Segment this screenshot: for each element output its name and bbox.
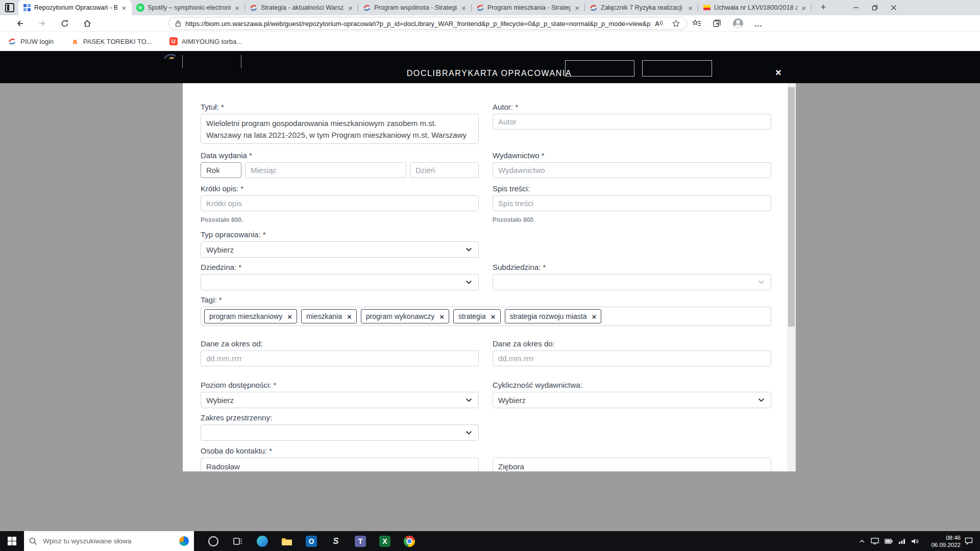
tag-chip[interactable]: program mieszkaniowy× (204, 309, 297, 323)
tab-zalacznik[interactable]: Załącznik 7 Ryzyka realizacji stra × (585, 0, 698, 15)
monitor-icon[interactable] (871, 538, 879, 544)
collections-icon[interactable] (713, 19, 722, 28)
tag-chip[interactable]: mieszkania× (301, 309, 357, 323)
tab-strategia[interactable]: Strategia - aktualności Warszawa × (245, 0, 358, 15)
taskbar-search[interactable] (24, 531, 194, 551)
tab-spotify[interactable]: Spotify – symphonic-electronic r × (132, 0, 245, 15)
autor-input[interactable] (493, 114, 771, 130)
tab-workspaces-icon[interactable] (5, 3, 14, 12)
chrome-icon[interactable] (397, 531, 422, 551)
window-minimize-button[interactable] (846, 0, 865, 15)
form-row-tagi: Tagi: * program mieszkaniowy× mieszkania… (201, 295, 771, 326)
form-row-typ: Typ opracowania: * Wybierz (201, 230, 771, 258)
profile-avatar[interactable] (733, 18, 743, 29)
form-row-tytul-autor: Tytuł: * Wieloletni program gospodarowan… (201, 103, 771, 146)
warszawa-favicon-icon (250, 4, 258, 12)
dziedzina-select[interactable] (201, 274, 479, 290)
bookmark-piuw[interactable]: PIUW login (8, 37, 54, 45)
doclibrary-modal: Tytuł: * Wieloletni program gospodarowan… (183, 83, 796, 471)
spis-tresci-label: Spis treści: (493, 184, 771, 193)
modal-close-icon[interactable]: × (775, 67, 781, 78)
forward-icon[interactable] (38, 19, 47, 28)
krotki-opis-input[interactable] (201, 195, 479, 211)
home-icon[interactable] (83, 19, 92, 28)
teams-icon[interactable]: T (348, 531, 373, 551)
tag-chip[interactable]: strategia rozwoju miasta× (505, 309, 602, 323)
tag-chip[interactable]: strategia× (453, 309, 500, 323)
browser-tab-strip: Repozytorium Opracowań - Biom × Spotify … (0, 0, 980, 15)
dane-do-input[interactable] (493, 350, 771, 366)
tag-remove-icon[interactable]: × (491, 313, 496, 320)
tab-close-icon[interactable]: × (687, 4, 694, 12)
task-view-icon[interactable] (226, 531, 250, 551)
read-aloud-icon[interactable]: A (655, 20, 664, 28)
osoba-imie-input[interactable] (201, 458, 479, 471)
poziom-select[interactable]: Wybierz (201, 392, 479, 408)
zakres-select[interactable] (201, 424, 479, 441)
modal-scrollbar-thumb[interactable] (788, 87, 795, 327)
chevron-down-icon (465, 396, 473, 404)
action-center-icon[interactable] (965, 531, 973, 551)
taskbar-search-input[interactable] (42, 537, 175, 545)
battery-icon[interactable] (885, 539, 893, 544)
form-row-poziom-cyklicznosc: Poziom dostępności: * Wybierz Cyklicznoś… (201, 381, 771, 408)
tab-program-wspolnota[interactable]: Program wspólnota - Strategia × (358, 0, 472, 15)
tab-close-icon[interactable]: × (574, 4, 580, 12)
file-explorer-icon[interactable] (275, 531, 299, 551)
start-button[interactable] (0, 531, 24, 551)
tab-uchwala[interactable]: Uchwała nr LXVI/1800/2018 z 10 × (698, 0, 812, 15)
typ-opracowania-select[interactable]: Wybierz (201, 241, 479, 258)
spotify-icon[interactable]: S (324, 531, 348, 551)
bookmark-aimiyoung[interactable]: U AIMIYOUNG torba... (169, 37, 242, 45)
volume-icon[interactable] (911, 538, 919, 544)
modal-scrollbar[interactable] (787, 83, 796, 471)
tag-chip[interactable]: program wykonawczy× (361, 309, 449, 323)
tab-program-mieszkania[interactable]: Program mieszkania - Strategia × (472, 0, 585, 15)
subdziedzina-label: Subdziedzina: * (493, 263, 771, 272)
clock-date: 06.09.2022 (920, 541, 961, 548)
taskbar-app-icons: O S T X (201, 531, 422, 551)
edge-icon[interactable] (250, 531, 275, 551)
spis-tresci-input[interactable] (493, 195, 771, 211)
tab-close-icon[interactable]: × (120, 4, 127, 12)
tab-close-icon[interactable]: × (460, 4, 467, 12)
dane-od-input[interactable] (201, 350, 479, 366)
rok-input[interactable] (201, 162, 241, 178)
outlook-icon[interactable]: O (299, 531, 324, 551)
wydawnictwo-input[interactable] (493, 162, 771, 178)
window-restore-button[interactable] (865, 0, 884, 15)
back-icon[interactable] (15, 19, 24, 28)
tags-input[interactable]: program mieszkaniowy× mieszkania× progra… (201, 307, 771, 326)
tab-close-icon[interactable]: × (234, 4, 240, 12)
favorites-bar-icon[interactable] (692, 19, 701, 28)
tag-remove-icon[interactable]: × (347, 313, 352, 320)
tray-expand-icon[interactable] (859, 538, 865, 544)
excel-icon[interactable]: X (373, 531, 397, 551)
wydawnictwo-label: Wydawnictwo * (493, 151, 771, 160)
refresh-icon[interactable] (60, 19, 69, 28)
osoba-nazwisko-input[interactable] (493, 458, 771, 471)
add-favorite-icon[interactable] (672, 19, 680, 28)
subdziedzina-select[interactable] (493, 274, 771, 290)
network-icon[interactable] (898, 538, 905, 544)
bookmark-pasek-torebki[interactable]: a PASEK TOREBKI TO... (71, 37, 152, 45)
miesiac-input[interactable] (245, 162, 406, 178)
tytul-textarea[interactable]: Wieloletni program gospodarowania mieszk… (201, 114, 479, 144)
taskbar-clock[interactable]: 08:46 06.09.2022 (920, 531, 961, 551)
address-bar[interactable]: https://biom.um.warszawa.pl/web/guest/re… (168, 17, 687, 30)
biom-favicon-icon (23, 4, 31, 12)
tag-remove-icon[interactable]: × (287, 313, 292, 320)
tab-close-icon[interactable]: × (347, 4, 354, 12)
osoba-label: Osoba do kontaktu: * (201, 446, 479, 456)
new-tab-button[interactable]: + (817, 2, 830, 14)
tag-remove-icon[interactable]: × (592, 313, 597, 320)
settings-menu-icon[interactable]: ... (754, 19, 763, 28)
dzien-input[interactable] (410, 162, 479, 178)
cortana-icon[interactable] (201, 531, 226, 551)
tab-repozytorium[interactable]: Repozytorium Opracowań - Biom × (18, 0, 132, 15)
cyklicznosc-select[interactable]: Wybierz (493, 392, 771, 408)
tab-close-icon[interactable]: × (800, 4, 807, 12)
tag-remove-icon[interactable]: × (439, 313, 444, 320)
search-highlights-icon[interactable] (179, 536, 189, 546)
window-close-button[interactable] (884, 0, 903, 15)
